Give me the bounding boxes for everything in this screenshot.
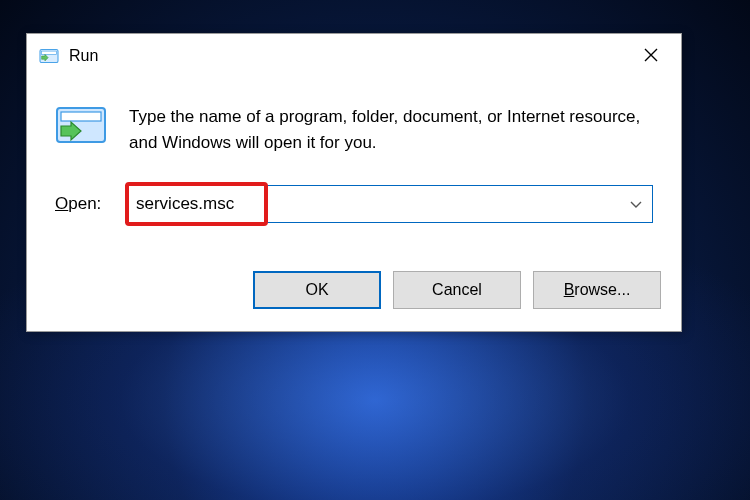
open-label: Open: bbox=[55, 194, 109, 214]
close-icon bbox=[644, 48, 658, 65]
window-title: Run bbox=[69, 47, 98, 65]
browse-button[interactable]: Browse... bbox=[533, 271, 661, 309]
open-input[interactable] bbox=[125, 185, 653, 223]
run-icon bbox=[39, 47, 59, 65]
svg-rect-1 bbox=[42, 51, 57, 54]
ok-button[interactable]: OK bbox=[253, 271, 381, 309]
instruction-text: Type the name of a program, folder, docu… bbox=[129, 102, 653, 157]
title-left: Run bbox=[39, 47, 98, 65]
cancel-button[interactable]: Cancel bbox=[393, 271, 521, 309]
close-button[interactable] bbox=[623, 36, 679, 76]
run-large-icon bbox=[55, 102, 107, 150]
svg-rect-4 bbox=[61, 112, 101, 121]
open-combobox[interactable] bbox=[125, 185, 653, 223]
titlebar: Run bbox=[27, 34, 681, 78]
dialog-body: Type the name of a program, folder, docu… bbox=[27, 78, 681, 271]
run-dialog: Run Type the name of a program, folder, … bbox=[26, 33, 682, 332]
open-row: Open: bbox=[55, 185, 653, 223]
button-row: OK Cancel Browse... bbox=[27, 271, 681, 331]
instruction-row: Type the name of a program, folder, docu… bbox=[55, 102, 653, 157]
